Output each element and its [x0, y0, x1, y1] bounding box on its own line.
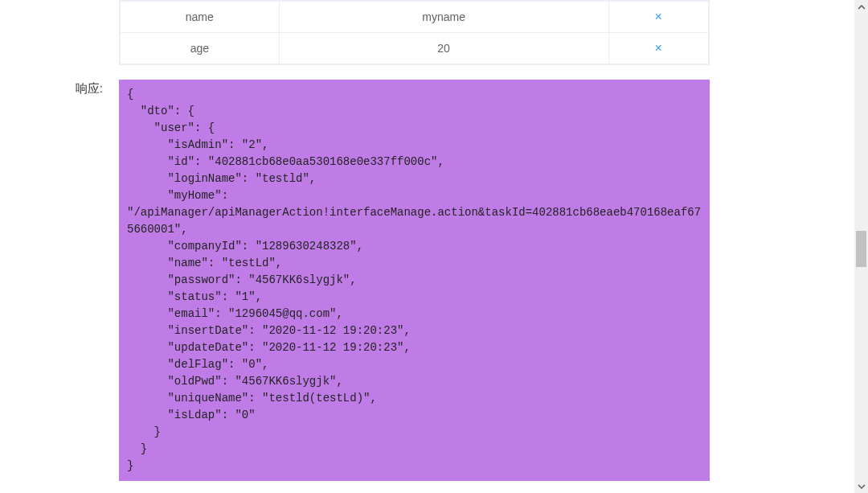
table-row: name myname × — [121, 2, 709, 33]
page-container: name myname × age 20 × — [0, 0, 854, 493]
param-action-cell: × — [608, 2, 708, 33]
param-key-cell: name — [121, 2, 280, 33]
scroll-down-icon[interactable] — [854, 479, 868, 493]
scrollbar-thumb[interactable] — [856, 231, 866, 267]
param-value-cell: 20 — [279, 33, 608, 64]
response-body: { "dto": { "user": { "isAdmin": "2", "id… — [119, 80, 710, 481]
params-table: name myname × age 20 × — [120, 1, 709, 64]
table-row: age 20 × — [121, 33, 709, 64]
response-section: 响应: { "dto": { "user": { "isAdmin": "2",… — [0, 80, 854, 481]
delete-row-button[interactable]: × — [655, 10, 662, 24]
vertical-scrollbar[interactable] — [854, 0, 868, 493]
param-value-cell: myname — [279, 2, 608, 33]
param-action-cell: × — [608, 33, 708, 64]
delete-row-button[interactable]: × — [655, 41, 662, 55]
param-key-cell: age — [121, 33, 280, 64]
params-table-wrapper: name myname × age 20 × — [119, 0, 710, 65]
response-label: 响应: — [0, 80, 119, 97]
content-area: name myname × age 20 × — [0, 0, 854, 493]
scroll-up-icon[interactable] — [854, 0, 868, 14]
